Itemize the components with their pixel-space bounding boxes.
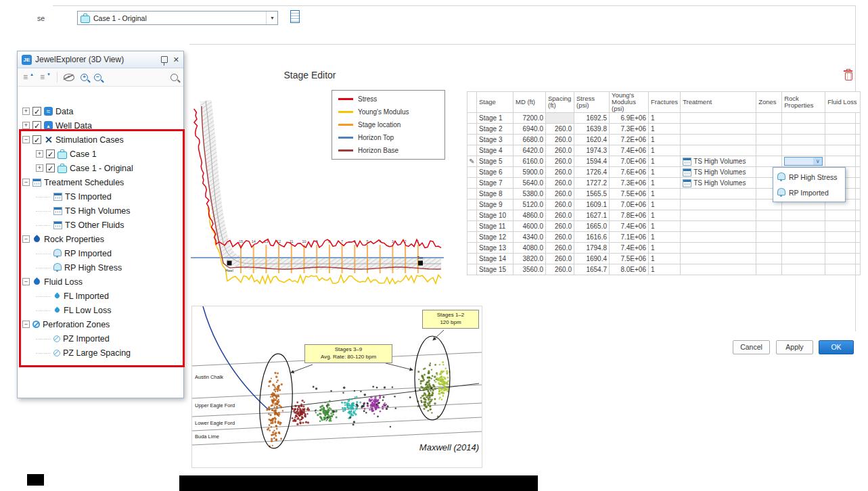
zoom-out-icon[interactable]: −: [94, 74, 101, 81]
cell[interactable]: 260.0: [546, 167, 574, 178]
table-row[interactable]: ✎Stage 56160.0260.01594.47.0E+061TS High…: [467, 156, 861, 167]
cell[interactable]: [782, 254, 825, 264]
cell[interactable]: [681, 189, 756, 200]
cell[interactable]: 4080.0: [513, 243, 546, 254]
column-header[interactable]: Zones: [756, 92, 782, 113]
cell[interactable]: 7.4E+06: [610, 145, 649, 156]
search-icon[interactable]: [170, 74, 178, 81]
cell[interactable]: [681, 200, 756, 210]
dropdown-option[interactable]: RP Imported: [773, 185, 845, 200]
cell[interactable]: [756, 113, 782, 124]
cell[interactable]: 1: [649, 189, 681, 200]
ok-button[interactable]: OK: [819, 340, 854, 354]
cell[interactable]: 7.5E+06: [610, 254, 649, 264]
cell[interactable]: [825, 221, 861, 232]
cell[interactable]: [756, 232, 782, 243]
cell[interactable]: [825, 124, 861, 135]
column-header[interactable]: Fractures: [649, 92, 681, 113]
cell[interactable]: 1727.2: [574, 178, 610, 189]
checkbox[interactable]: ✓: [32, 121, 41, 130]
column-header[interactable]: Rock Properties: [782, 92, 825, 113]
cell[interactable]: [825, 210, 861, 221]
tree-item-ts-imported[interactable]: TS Imported: [18, 189, 183, 204]
table-row[interactable]: Stage 26940.0260.01639.87.3E+061: [467, 124, 861, 135]
cell[interactable]: 7.6E+06: [610, 167, 649, 178]
cell[interactable]: 4860.0: [513, 210, 546, 221]
cell[interactable]: 260.0: [546, 243, 574, 254]
collapse-icon[interactable]: −: [22, 278, 30, 285]
cell[interactable]: [782, 221, 825, 232]
cell[interactable]: 1665.0: [574, 221, 610, 232]
tree-item-rp-imported[interactable]: RP Imported: [18, 246, 183, 260]
pin-icon[interactable]: [161, 56, 168, 63]
table-row[interactable]: Stage 134080.0260.01794.87.4E+061: [467, 243, 861, 254]
cell[interactable]: Stage 7: [477, 178, 513, 189]
cell[interactable]: 1: [649, 232, 681, 243]
cell[interactable]: Stage 9: [477, 200, 513, 210]
expand-icon[interactable]: +: [22, 122, 30, 129]
cell[interactable]: 260.0: [546, 232, 574, 243]
document-list-icon[interactable]: [290, 10, 300, 23]
cell[interactable]: 260.0: [546, 210, 574, 221]
tree-item-ts-high-volumes[interactable]: TS High Volumes: [18, 204, 183, 218]
cell[interactable]: 1: [649, 145, 681, 156]
column-header[interactable]: Fluid Loss: [825, 92, 861, 113]
cell[interactable]: 260.0: [546, 189, 574, 200]
cell[interactable]: 6680.0: [513, 135, 546, 145]
cancel-button[interactable]: Cancel: [733, 340, 770, 354]
cell[interactable]: 6420.0: [513, 145, 546, 156]
cell[interactable]: Stage 1: [477, 113, 513, 124]
cell[interactable]: 3560.0: [513, 264, 546, 275]
cell[interactable]: Stage 14: [477, 254, 513, 264]
cell[interactable]: TS High Volumes: [681, 167, 756, 178]
tree-item-data[interactable]: +✓Data: [18, 104, 183, 118]
cell[interactable]: 1: [649, 254, 681, 264]
cell[interactable]: 1690.4: [574, 254, 610, 264]
tree-item-pz-imported[interactable]: PZ Imported: [18, 331, 183, 346]
cell[interactable]: [782, 210, 825, 221]
cell[interactable]: [681, 221, 756, 232]
cell[interactable]: 260.0: [546, 124, 574, 135]
cell[interactable]: 6940.0: [513, 124, 546, 135]
tree-item-fl-imported[interactable]: FL Imported: [18, 289, 183, 303]
cell[interactable]: Stage 12: [477, 232, 513, 243]
cell[interactable]: [825, 254, 861, 264]
cell[interactable]: 1726.4: [574, 167, 610, 178]
table-row[interactable]: Stage 104860.0260.01627.17.8E+061: [467, 210, 861, 221]
cell[interactable]: 1616.6: [574, 232, 610, 243]
cell[interactable]: Stage 15: [477, 264, 513, 275]
cell[interactable]: Stage 6: [477, 167, 513, 178]
cell[interactable]: [681, 135, 756, 145]
zoom-in-icon[interactable]: +: [81, 74, 88, 81]
cell[interactable]: 7.4E+06: [610, 243, 649, 254]
table-row[interactable]: Stage 46420.0260.01974.37.4E+061: [467, 145, 861, 156]
cell[interactable]: 1609.1: [574, 200, 610, 210]
cell[interactable]: [681, 254, 756, 264]
cell[interactable]: [825, 232, 861, 243]
cell[interactable]: Stage 2: [477, 124, 513, 135]
collapse-icon[interactable]: −: [22, 136, 30, 143]
cell[interactable]: [782, 124, 825, 135]
cell[interactable]: Stage 13: [477, 243, 513, 254]
cell[interactable]: 1: [649, 200, 681, 210]
tree-item-pz-large-spacing[interactable]: PZ Large Spacing: [18, 346, 183, 360]
expand-icon[interactable]: +: [36, 164, 43, 172]
cell[interactable]: TS High Volumes: [681, 178, 756, 189]
cell[interactable]: TS High Volumes: [681, 156, 756, 167]
tree-item-stimulation-cases[interactable]: −✓Stimulation Cases: [18, 133, 183, 147]
cell[interactable]: 260.0: [546, 221, 574, 232]
collapse-icon[interactable]: −: [22, 321, 30, 328]
checkbox[interactable]: ✓: [32, 135, 41, 144]
rock-properties-combobox[interactable]: ∨: [784, 157, 823, 166]
cell[interactable]: [681, 264, 756, 275]
cell[interactable]: [825, 243, 861, 254]
tree-item-perforation-zones[interactable]: −Perforation Zones: [18, 317, 183, 331]
table-row[interactable]: Stage 143820.0260.01690.47.5E+061: [467, 254, 861, 264]
cell[interactable]: [825, 156, 861, 167]
cell[interactable]: 8.0E+06: [610, 264, 649, 275]
cell[interactable]: 1: [649, 243, 681, 254]
cell[interactable]: 1: [649, 156, 681, 167]
cell[interactable]: 7.5E+06: [610, 189, 649, 200]
cell[interactable]: 5380.0: [513, 189, 546, 200]
tree-item-ts-other-fluids[interactable]: TS Other Fluids: [18, 218, 183, 232]
